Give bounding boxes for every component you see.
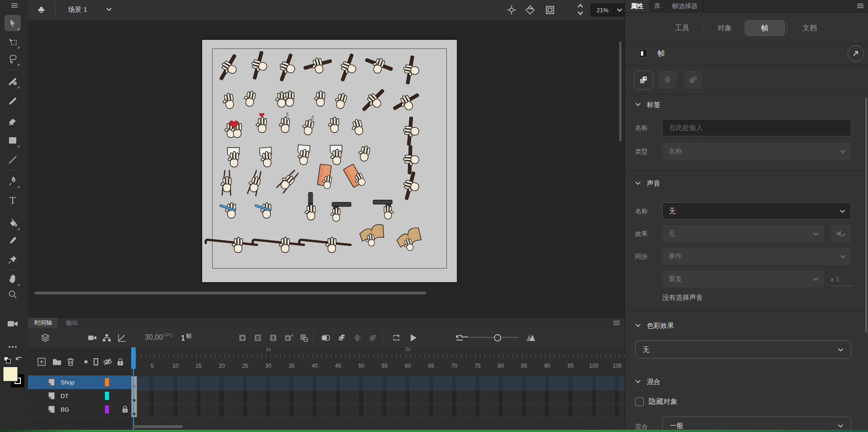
frame-row-shop[interactable] <box>131 376 625 390</box>
frame-ruler-numbers[interactable]: 5101520253035404550556065707580859095100… <box>131 361 625 372</box>
loop-playback-icon[interactable] <box>390 331 403 344</box>
label-type-select[interactable]: 名称 <box>662 143 851 160</box>
playhead[interactable] <box>131 347 136 369</box>
camera-tool-button[interactable] <box>5 316 21 332</box>
zoom-stepper-icon[interactable] <box>576 2 584 17</box>
sound-name-select[interactable]: 无 <box>662 202 851 220</box>
sound-loop-select[interactable]: 重复 <box>662 270 824 288</box>
new-folder-icon[interactable] <box>51 355 63 368</box>
timeline-horizontal-scrollbar[interactable] <box>131 425 625 429</box>
text-tool-button[interactable]: T <box>5 192 21 209</box>
scene-chevron-icon[interactable] <box>106 7 112 11</box>
play-button[interactable] <box>407 331 420 344</box>
tab-output[interactable]: 输出 <box>60 317 84 328</box>
outline-view-icon[interactable] <box>90 355 102 368</box>
reset-timeline-zoom-icon[interactable] <box>453 331 466 344</box>
more-tools-button[interactable] <box>5 339 21 355</box>
properties-scrollbar[interactable] <box>865 97 867 333</box>
clip-outside-stage-icon[interactable] <box>545 5 555 15</box>
color-effect-select[interactable]: 无 <box>635 341 851 359</box>
eraser-tool-button[interactable] <box>5 113 21 129</box>
collapse-chevron-icon[interactable] <box>635 181 641 185</box>
lasso-tool-button[interactable] <box>5 51 21 67</box>
tab-frame-picker[interactable]: 帧选择器 <box>667 0 703 12</box>
mode-tab-document[interactable]: 文档 <box>792 20 828 36</box>
convert-to-blank-keyframe-button[interactable] <box>684 71 702 89</box>
line-tool-button[interactable] <box>5 152 21 168</box>
pen-tool-button[interactable] <box>5 173 21 189</box>
hide-all-layers-icon[interactable] <box>101 355 114 368</box>
frame-row-bg[interactable] <box>131 403 625 418</box>
fill-color-swatch[interactable] <box>3 367 18 381</box>
create-motion-tween-icon[interactable] <box>336 331 348 344</box>
sound-effect-select[interactable]: 无 <box>662 225 824 242</box>
layer-parenting-icon[interactable] <box>100 331 113 344</box>
delete-layer-icon[interactable] <box>64 355 77 368</box>
sound-sync-select[interactable]: 事件 <box>662 248 851 265</box>
rotate-canvas-icon[interactable] <box>525 5 536 15</box>
camera-layer-icon[interactable] <box>86 331 99 344</box>
selection-tool-button[interactable] <box>5 15 21 31</box>
tab-timeline[interactable]: 时间轴 <box>28 317 59 328</box>
layer-row-dt[interactable]: DT <box>28 389 131 403</box>
mode-tab-frame[interactable]: 帧 <box>745 20 785 36</box>
edit-sound-envelope-button[interactable] <box>830 225 851 243</box>
section-title-label[interactable]: 混合 <box>647 378 660 386</box>
tab-properties[interactable]: 属性 <box>625 0 649 12</box>
insert-blank-keyframe-icon[interactable] <box>251 331 264 344</box>
paint-bucket-tool-button[interactable] <box>5 215 21 231</box>
zoom-dropdown-chevron-icon[interactable] <box>613 4 626 16</box>
lock-all-layers-icon[interactable] <box>114 355 127 368</box>
center-stage-icon[interactable] <box>507 5 517 15</box>
keyframe-arrow-icon[interactable] <box>366 331 379 344</box>
open-in-new-icon[interactable] <box>848 45 864 62</box>
collapse-chevron-icon[interactable] <box>635 379 641 384</box>
remove-frame-icon[interactable] <box>298 331 310 344</box>
timeline-menu-icon[interactable] <box>613 320 620 326</box>
layer-view-icon[interactable] <box>39 331 52 344</box>
frame-rate-display[interactable]: 30,00FPS <box>145 333 173 341</box>
onion-skin-range-icon[interactable] <box>525 331 537 344</box>
insert-keyframe-icon[interactable] <box>236 331 249 344</box>
clover-icon[interactable]: ♣ <box>38 4 44 15</box>
fluid-brush-tool-button[interactable] <box>5 73 21 90</box>
auto-keyframe-icon[interactable]: A <box>282 331 295 344</box>
rectangle-tool-button[interactable] <box>5 132 21 149</box>
layer-color-chip[interactable] <box>105 405 109 413</box>
reset-colors-icon[interactable] <box>14 355 24 365</box>
section-title-label[interactable]: 声音 <box>647 179 660 188</box>
classic-brush-tool-button[interactable] <box>5 93 21 109</box>
section-title-label[interactable]: 标签 <box>647 101 660 109</box>
collapse-chevron-icon[interactable] <box>635 323 641 327</box>
frames-pane[interactable]: 1s 2s 5101520253035404550556065707580859… <box>131 347 625 430</box>
canvas-vertical-scrollbar[interactable] <box>619 20 622 292</box>
toolbar-menu-icon[interactable] <box>8 1 21 10</box>
subselection-tool-button[interactable] <box>5 34 21 50</box>
layer-color-chip[interactable] <box>105 392 109 400</box>
stage[interactable] <box>202 40 457 282</box>
frame-grid[interactable] <box>131 376 625 417</box>
timeline-zoom-slider[interactable] <box>469 337 519 338</box>
collapse-chevron-icon[interactable] <box>635 102 641 106</box>
canvas-horizontal-scrollbar[interactable] <box>28 291 625 295</box>
label-name-input[interactable]: 在此处输入 <box>662 119 851 136</box>
onion-skin-icon[interactable] <box>319 331 332 344</box>
swap-colors-icon[interactable] <box>2 355 13 365</box>
convert-to-keyframe-button[interactable] <box>634 71 653 90</box>
zoom-tool-button[interactable] <box>5 286 21 302</box>
sound-repeat-count-field[interactable]: x 1 <box>830 275 852 286</box>
timeline-zoom-slider-handle[interactable] <box>494 334 501 341</box>
section-title-label[interactable]: 色彩效果 <box>647 322 674 330</box>
layer-row-bg[interactable]: BG <box>28 403 131 417</box>
new-layer-icon[interactable] <box>35 355 48 368</box>
code-snippet-icon[interactable] <box>351 331 364 344</box>
zoom-percentage-field[interactable]: 21% <box>591 4 614 16</box>
mode-tab-tool[interactable]: 工具 <box>665 20 699 36</box>
panel-menu-icon[interactable] <box>857 3 864 9</box>
layer-lock-icon[interactable] <box>122 405 128 413</box>
asset-warp-pin-tool-button[interactable] <box>5 251 21 268</box>
layer-row-shop[interactable]: Shop <box>28 375 131 389</box>
layer-color-chip[interactable] <box>105 378 109 386</box>
insert-frame-icon[interactable] <box>267 331 280 344</box>
canvas-pasteboard[interactable] <box>28 20 625 317</box>
